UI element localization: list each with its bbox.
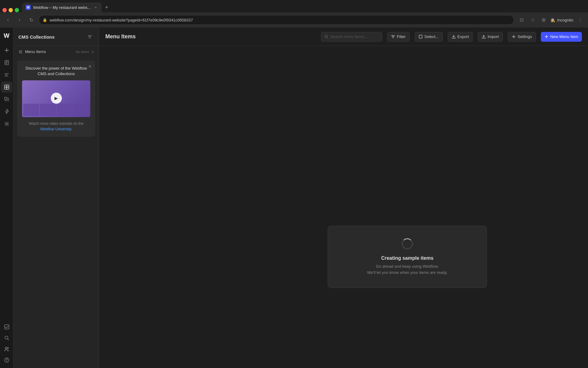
settings-button[interactable]: Settings: [508, 32, 536, 42]
svg-rect-14: [419, 35, 422, 38]
back-button[interactable]: ‹: [4, 16, 12, 24]
svg-rect-5: [5, 97, 7, 99]
new-item-label: New Menu Item: [550, 34, 578, 39]
video-strip-2: [40, 104, 56, 116]
tab-bar: W Webflow – My restaurant webs... × +: [0, 0, 588, 12]
select-button[interactable]: Select...: [415, 32, 443, 42]
settings-icon: [4, 121, 9, 127]
traffic-light-fullscreen[interactable]: [15, 8, 19, 12]
tasks-icon: [4, 324, 9, 330]
cms-header-actions: [85, 33, 94, 41]
pages-icon: [4, 60, 9, 65]
svg-point-9: [5, 347, 7, 349]
search-nav-icon: [4, 335, 9, 341]
page-title: Menu Items: [105, 33, 136, 40]
export-label: Export: [458, 34, 469, 39]
promo-close-button[interactable]: ✕: [87, 63, 93, 69]
icon-nav: W: [0, 28, 13, 368]
traffic-light-minimize[interactable]: [9, 8, 13, 12]
filter-button[interactable]: Filter: [387, 32, 410, 42]
video-strip-3: [57, 104, 73, 116]
plus-icon: [545, 35, 548, 39]
promo-card: ✕ Discover the power of the Webflow CMS …: [17, 61, 95, 137]
icon-nav-bottom: [1, 321, 12, 366]
svg-point-15: [513, 36, 514, 37]
filter-icon: [391, 35, 395, 39]
tab-close-button[interactable]: ×: [93, 5, 98, 10]
select-icon: [419, 35, 423, 39]
export-button[interactable]: Export: [448, 32, 473, 42]
new-tab-button[interactable]: +: [102, 3, 111, 12]
cms-icon: [4, 84, 9, 90]
sidebar-item-settings[interactable]: [1, 118, 12, 129]
promo-video-thumbnail[interactable]: ▶: [22, 80, 90, 117]
split-view-button[interactable]: ⊞: [539, 16, 548, 24]
select-label: Select...: [424, 34, 439, 39]
search-box[interactable]: Search menu items...: [321, 32, 382, 42]
sidebar-item-pages[interactable]: [1, 57, 12, 68]
import-label: Import: [488, 34, 499, 39]
sidebar-item-community[interactable]: [1, 343, 12, 355]
svg-rect-1: [5, 85, 7, 87]
incognito-label: Incognito: [557, 18, 573, 22]
collection-menu-items[interactable]: Menu Items No items: [13, 46, 99, 57]
traffic-light-close[interactable]: [2, 8, 7, 12]
new-menu-item-button[interactable]: New Menu Item: [541, 32, 582, 42]
sidebar-item-search[interactable]: [1, 332, 12, 343]
community-icon: [4, 346, 9, 352]
main-content: Menu Items Search menu items... Filter: [99, 28, 588, 368]
settings-icon: [512, 35, 516, 39]
help-icon: [4, 357, 9, 363]
svg-rect-3: [5, 87, 7, 89]
assets-icon: [4, 97, 9, 102]
play-button[interactable]: ▶: [51, 93, 62, 104]
video-strip-1: [23, 104, 39, 116]
video-strips: [22, 102, 90, 117]
main-header: Menu Items Search menu items... Filter: [99, 28, 588, 46]
import-icon: [482, 35, 486, 39]
incognito-button[interactable]: 🕵 Incognito: [550, 18, 573, 22]
add-icon: [4, 48, 9, 53]
browser-menu-button[interactable]: ⋮: [576, 16, 584, 24]
address-bar[interactable]: 🔒 webflow.com/design/my-restaurant-websi…: [39, 15, 514, 25]
sidebar-item-tasks[interactable]: [1, 321, 12, 332]
svg-point-10: [7, 347, 9, 349]
interactions-icon: [4, 109, 9, 114]
filter-label: Filter: [397, 34, 406, 39]
sidebar-item-add[interactable]: [1, 45, 12, 56]
refresh-button[interactable]: ↻: [27, 16, 36, 24]
sidebar-item-assets[interactable]: [1, 94, 12, 105]
settings-label: Settings: [518, 34, 532, 39]
tab-title: Webflow – My restaurant webs...: [33, 5, 91, 10]
forward-button[interactable]: ›: [15, 16, 24, 24]
collection-name: Menu Items: [25, 49, 72, 54]
browser-chrome: W Webflow – My restaurant webs... × + ‹ …: [0, 0, 588, 28]
filter-icon: [88, 35, 92, 39]
traffic-lights: [2, 8, 19, 12]
bookmark-button[interactable]: ☆: [528, 16, 537, 24]
svg-rect-4: [7, 87, 9, 89]
svg-point-12: [6, 361, 7, 362]
cast-button[interactable]: ⊡: [517, 16, 526, 24]
import-button[interactable]: Import: [478, 32, 503, 42]
sidebar-item-help[interactable]: [1, 355, 12, 366]
active-tab[interactable]: W Webflow – My restaurant webs... ×: [22, 2, 102, 12]
loading-dialog: Creating sample items Go ahead and keep …: [328, 226, 487, 288]
navigator-icon: [4, 72, 9, 78]
webflow-logo[interactable]: W: [1, 30, 12, 41]
address-bar-row: ‹ › ↻ 🔒 webflow.com/design/my-restaurant…: [0, 12, 588, 28]
sidebar-item-cms[interactable]: [1, 82, 12, 93]
cms-filter-btn[interactable]: [85, 33, 94, 41]
loading-subtitle-1: Go ahead and keep using Webflow.: [346, 263, 468, 270]
collection-icon: [18, 50, 23, 54]
collection-badge: No items: [76, 50, 89, 54]
search-icon: [324, 35, 328, 39]
cms-sidebar-title: CMS Collections: [18, 34, 55, 40]
sidebar-item-interactions[interactable]: [1, 106, 12, 117]
tab-favicon: W: [26, 5, 31, 10]
search-placeholder: Search menu items...: [330, 34, 368, 39]
sidebar-item-navigator[interactable]: [1, 69, 12, 80]
url-text: webflow.com/design/my-restaurant-website…: [50, 18, 193, 22]
incognito-icon: 🕵: [550, 18, 555, 22]
webflow-university-link[interactable]: Webflow University.: [40, 127, 72, 131]
